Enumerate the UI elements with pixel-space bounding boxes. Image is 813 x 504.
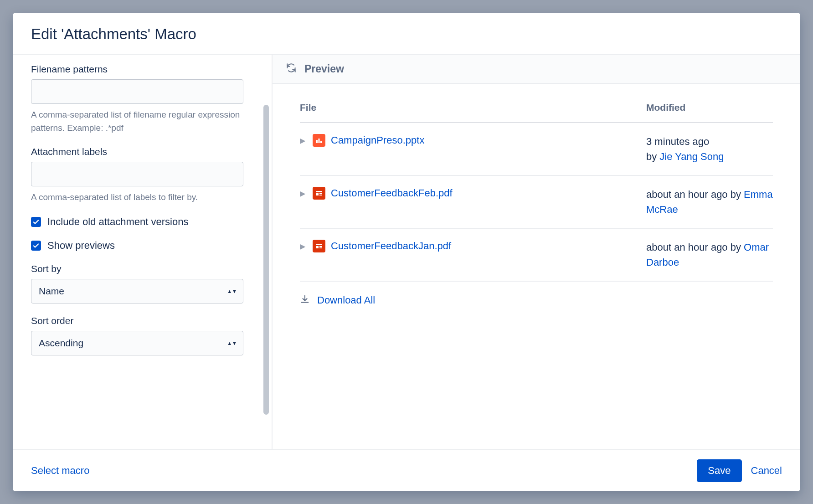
attachments-table: File Modified ▶	[300, 102, 773, 282]
modified-time: about an hour ago	[646, 189, 728, 200]
attachment-labels-label: Attachment labels	[31, 146, 253, 157]
preview-header: Preview	[273, 55, 800, 84]
select-macro-link[interactable]: Select macro	[31, 462, 89, 479]
file-name-link[interactable]: CustomerFeedbackFeb.pdf	[331, 187, 453, 199]
dialog-body: Filename patterns A comma-separated list…	[13, 55, 800, 449]
pdf-file-icon	[313, 240, 325, 252]
svg-rect-9	[319, 246, 322, 247]
chevron-right-icon[interactable]: ▶	[300, 136, 305, 145]
footer-actions: Save Cancel	[697, 459, 782, 482]
show-previews-checkbox[interactable]	[31, 241, 41, 251]
sort-order-label: Sort order	[31, 315, 253, 326]
download-icon	[300, 294, 310, 306]
attachment-labels-group: Attachment labels A comma-separated list…	[31, 146, 253, 204]
sort-by-group: Sort by Name ▲▼	[31, 263, 253, 303]
modified-time: about an hour ago	[646, 242, 728, 253]
modified-cell: about an hour ago by Omar Darboe	[646, 228, 773, 281]
file-name-link[interactable]: CustomerFeedbackJan.pdf	[331, 240, 451, 252]
filename-patterns-label: Filename patterns	[31, 64, 253, 75]
svg-rect-0	[316, 140, 318, 143]
preview-title: Preview	[304, 63, 344, 75]
sort-by-select-wrap: Name ▲▼	[31, 279, 243, 303]
check-icon	[32, 218, 40, 226]
file-name-link[interactable]: CampaignPreso.pptx	[331, 134, 424, 146]
by-prefix: by	[728, 242, 744, 253]
user-link[interactable]: Jie Yang Song	[659, 151, 724, 162]
svg-rect-3	[316, 191, 322, 192]
svg-rect-5	[319, 193, 322, 194]
sort-by-select[interactable]: Name	[31, 279, 243, 303]
table-row: ▶ CustomerFeedbackJan.pdf about an hour …	[300, 228, 773, 281]
modified-time: 3 minutes ago	[646, 136, 709, 147]
include-old-versions-label: Include old attachment versions	[47, 216, 188, 228]
show-previews-label: Show previews	[47, 240, 115, 252]
sort-order-select[interactable]: Ascending	[31, 331, 243, 355]
dialog-header: Edit 'Attachments' Macro	[13, 13, 800, 55]
modified-cell: 3 minutes ago by Jie Yang Song	[646, 123, 773, 175]
svg-rect-7	[316, 244, 322, 245]
modified-cell: about an hour ago by Emma McRae	[646, 175, 773, 228]
scrollbar-thumb[interactable]	[263, 105, 269, 415]
sort-by-label: Sort by	[31, 263, 253, 274]
svg-rect-6	[319, 195, 322, 195]
pdf-file-icon	[313, 187, 325, 200]
download-all-link[interactable]: Download All	[317, 294, 375, 306]
svg-rect-8	[316, 246, 319, 248]
presentation-file-icon	[313, 134, 325, 147]
include-old-versions-row[interactable]: Include old attachment versions	[31, 216, 253, 228]
dialog-footer: Select macro Save Cancel	[13, 449, 800, 491]
attachment-labels-help: A comma-separated list of labels to filt…	[31, 191, 245, 204]
config-sidebar: Filename patterns A comma-separated list…	[13, 55, 273, 449]
include-old-versions-checkbox[interactable]	[31, 217, 41, 227]
svg-rect-1	[319, 139, 320, 143]
chevron-right-icon[interactable]: ▶	[300, 242, 305, 251]
macro-editor-dialog: Edit 'Attachments' Macro Filename patter…	[13, 13, 800, 491]
filename-patterns-input[interactable]	[31, 79, 243, 104]
cancel-button[interactable]: Cancel	[751, 462, 782, 479]
by-prefix: by	[646, 151, 659, 162]
attachment-labels-input[interactable]	[31, 162, 243, 186]
by-prefix: by	[728, 189, 744, 200]
filename-patterns-help: A comma-separated list of filename regul…	[31, 108, 245, 134]
sort-order-select-wrap: Ascending ▲▼	[31, 331, 243, 355]
column-header-file[interactable]: File	[300, 102, 646, 123]
svg-rect-2	[320, 141, 322, 143]
save-button[interactable]: Save	[697, 459, 741, 482]
chevron-right-icon[interactable]: ▶	[300, 189, 305, 198]
svg-rect-4	[316, 193, 319, 195]
check-icon	[32, 242, 40, 249]
svg-rect-10	[319, 247, 322, 248]
show-previews-row[interactable]: Show previews	[31, 240, 253, 252]
sort-order-group: Sort order Ascending ▲▼	[31, 315, 253, 355]
column-header-modified[interactable]: Modified	[646, 102, 773, 123]
preview-panel: Preview File Modified ▶	[273, 55, 800, 449]
table-row: ▶ CustomerFeedbackFeb.pdf about an hour …	[300, 175, 773, 228]
refresh-icon[interactable]	[285, 62, 297, 76]
download-all-row: Download All	[300, 282, 773, 306]
table-row: ▶ CampaignPreso.pptx 3 minutes ago by Ji…	[300, 123, 773, 175]
preview-content: File Modified ▶	[273, 84, 800, 449]
dialog-title: Edit 'Attachments' Macro	[31, 26, 782, 43]
filename-patterns-group: Filename patterns A comma-separated list…	[31, 64, 253, 134]
